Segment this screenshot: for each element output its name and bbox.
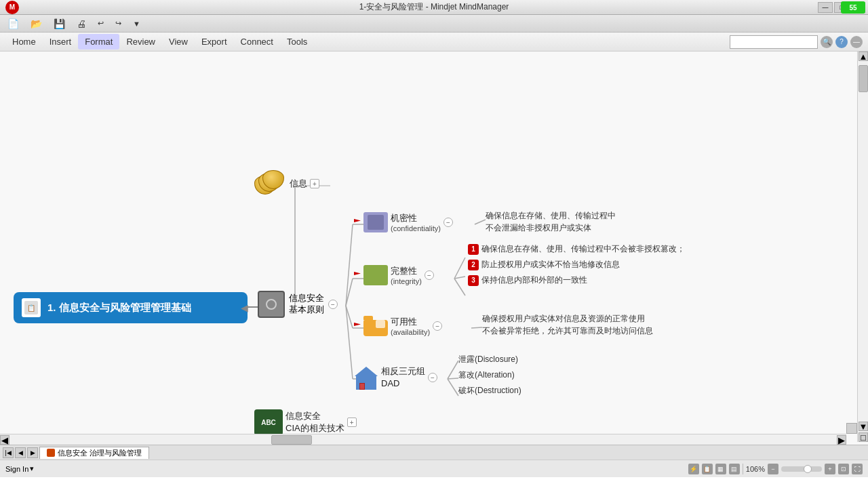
dad-collapse-button[interactable]: − [428, 373, 437, 382]
separator [743, 464, 743, 474]
integrity-desc-3: 3 保持信息内部和外部的一致性 [468, 274, 685, 286]
integrity-desc-3-text: 保持信息内部和外部的一致性 [481, 274, 587, 286]
svg-line-1 [346, 224, 353, 306]
zoom-in-icon[interactable]: + [825, 464, 835, 474]
scrollbar-horizontal[interactable]: ◀ ▶ [0, 434, 846, 445]
menu-export[interactable]: Export [195, 34, 234, 49]
scroll-thumb-vertical[interactable] [859, 65, 868, 92]
tab-prev-button[interactable]: ◀ [15, 447, 26, 458]
confidentiality-cn-label: 机密性 [391, 212, 441, 224]
cia-label-1: 信息安全 [285, 410, 344, 422]
menu-review[interactable]: Review [119, 34, 162, 49]
filter-icon[interactable]: ⚡ [688, 464, 699, 474]
basic-principles-text2: 基本原则 [289, 304, 324, 316]
view1-icon[interactable]: ▦ [715, 464, 726, 474]
zoom-out-icon[interactable]: − [768, 464, 778, 474]
save-icon[interactable]: 💾 [49, 17, 70, 30]
integrity-desc-2: 2 防止授权用户或实体不恰当地修改信息 [468, 259, 685, 270]
tab-bar: |◀ ◀ ▶ 信息安全 治理与风险管理 [0, 445, 868, 460]
integrity-node: 完整性 (integrity) − [354, 265, 434, 285]
file-icon[interactable]: 📄 [3, 17, 24, 30]
integrity-collapse-button[interactable]: − [425, 270, 434, 280]
notes-icon[interactable]: 📋 [702, 464, 713, 474]
tab-next-button[interactable]: ▶ [27, 447, 38, 458]
availability-icon [363, 316, 388, 336]
view2-icon[interactable]: ▤ [729, 464, 740, 474]
scroll-down-button[interactable]: ▼ [859, 422, 868, 431]
search-area: 🔍 ? — [730, 35, 863, 49]
confidentiality-flag [354, 219, 361, 226]
info-expand-button[interactable]: + [310, 179, 319, 188]
menu-insert[interactable]: Insert [43, 34, 79, 49]
dropdown-icon[interactable]: ▼ [128, 17, 145, 30]
main-topic-icon: 📋 [22, 298, 41, 317]
scrollbar-vertical[interactable]: ▲ ▼ □ [857, 52, 868, 442]
dad-items-block: 泄露(Disclosure) 篡改(Alteration) 破坏(Destruc… [458, 354, 521, 396]
signin-label: Sign In [5, 465, 28, 473]
svg-line-9 [475, 220, 486, 224]
cia-label-2: CIA的相关技术 [285, 422, 344, 434]
open-icon[interactable]: 📂 [26, 17, 47, 30]
basic-principles-collapse-button[interactable]: − [328, 300, 338, 309]
scroll-left-button[interactable]: ◀ [0, 435, 9, 445]
green-button[interactable]: 55 [841, 1, 865, 14]
basic-principles-text1: 信息安全 [289, 293, 324, 304]
integrity-cn-label: 完整性 [391, 265, 422, 277]
confidentiality-collapse-button[interactable]: − [443, 218, 453, 227]
availability-node: 可用性 (availability) − [354, 316, 442, 336]
scroll-right-button[interactable]: ▶ [837, 435, 846, 445]
cia-expand-button[interactable]: + [347, 418, 357, 427]
svg-line-4 [346, 306, 353, 379]
minimize-button[interactable]: — [818, 2, 833, 13]
menu-view[interactable]: View [162, 34, 195, 49]
integrity-icon [363, 265, 388, 285]
zoom-slider[interactable] [781, 466, 822, 472]
scroll-up-button[interactable]: ▲ [859, 52, 868, 61]
scroll-thumb-horizontal[interactable] [271, 435, 312, 445]
menu-connect[interactable]: Connect [234, 34, 280, 49]
availability-cn-label: 可用性 [391, 316, 430, 328]
undo-icon[interactable]: ↩ [93, 17, 108, 30]
abc-icon: ABC [254, 409, 283, 435]
confidentiality-icon [363, 212, 388, 232]
dad-item-3: 破坏(Destruction) [458, 385, 521, 396]
integrity-en-label: (integrity) [391, 277, 422, 285]
status-icons: ⚡ 📋 ▦ ▤ 106% − + ⊡ ⛶ [688, 464, 863, 474]
tab-icon [47, 449, 55, 457]
search-icon[interactable]: 🔍 [821, 36, 833, 48]
main-topic-label: 1. 信息安全与风险管理管理基础 [47, 302, 191, 314]
fullscreen-icon[interactable]: ⛶ [852, 464, 863, 474]
signin-button[interactable]: Sign In ▾ [5, 464, 34, 473]
signin-dropdown-icon: ▾ [30, 464, 34, 473]
print-icon[interactable]: 🖨 [72, 17, 91, 30]
menu-home[interactable]: Home [5, 34, 43, 49]
tab-item-1[interactable]: 信息安全 治理与风险管理 [39, 447, 149, 459]
svg-line-3 [346, 306, 353, 328]
integrity-desc-1-text: 确保信息在存储、使用、传输过程中不会被非授权篡改； [481, 243, 685, 255]
menu-bar: Home Insert Format Review View Export Co… [0, 33, 868, 52]
basic-principles-label: 信息安全 基本原则 [289, 293, 324, 316]
zoom-thumb[interactable] [804, 465, 812, 473]
availability-collapse-button[interactable]: − [433, 321, 442, 331]
basic-principles-node: 信息安全 基本原则 − [258, 291, 338, 318]
menu-format[interactable]: Format [78, 34, 119, 49]
confidentiality-desc-text: 确保信息在存储、使用、传输过程中不会泄漏给非授权用户或实体 [486, 209, 616, 234]
info-label: 信息 [290, 178, 307, 190]
svg-line-10 [454, 258, 465, 279]
confidentiality-desc: 确保信息在存储、使用、传输过程中不会泄漏给非授权用户或实体 [486, 209, 616, 234]
dad-cn-label: 相反三元组 [381, 365, 425, 378]
svg-line-12 [454, 279, 465, 296]
search-input[interactable] [730, 35, 818, 49]
menu-tools[interactable]: Tools [280, 34, 314, 49]
help-icon[interactable]: ? [835, 36, 848, 48]
dad-node: 相反三元组 DAD − [354, 365, 437, 390]
tab-first-button[interactable]: |◀ [3, 447, 14, 458]
confidentiality-en-label: (confidentiality) [391, 224, 441, 232]
availability-en-label: (availability) [391, 328, 430, 336]
fit-icon[interactable]: ⊡ [838, 464, 849, 474]
scroll-corner: □ [859, 432, 868, 442]
redo-icon[interactable]: ↪ [111, 17, 126, 30]
main-topic[interactable]: 📋 1. 信息安全与风险管理管理基础 [14, 292, 248, 323]
zoom-level: 106% [746, 465, 765, 473]
minimize-icon[interactable]: — [850, 36, 863, 48]
